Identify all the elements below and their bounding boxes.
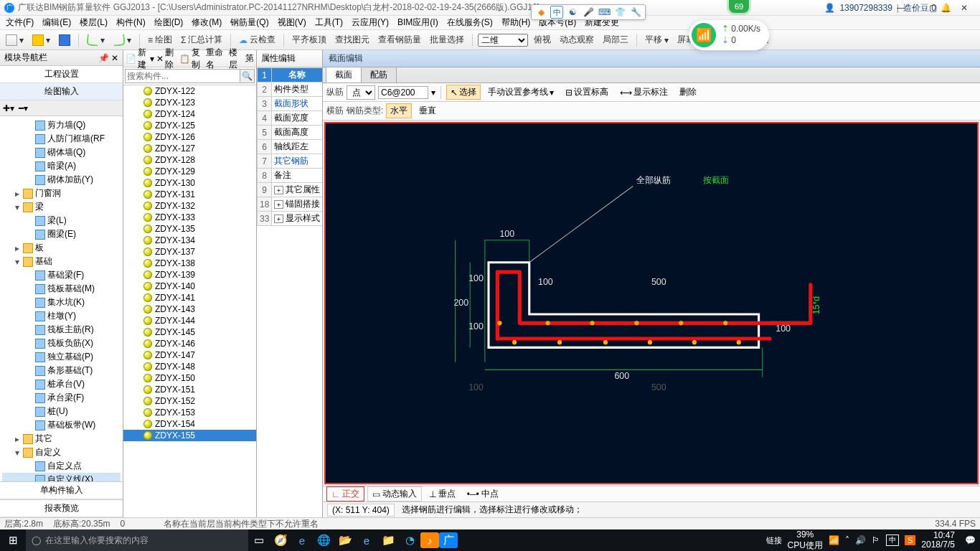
editor-toolbar-2[interactable]: 横筋 钢筋类型: 水平 垂直	[323, 102, 980, 121]
prop-cell[interactable]: 显示样式	[272, 212, 322, 226]
open-button[interactable]: ▾	[29, 33, 53, 47]
horizontal-button[interactable]: 水平	[386, 103, 412, 118]
main-menu-bar[interactable]: 文件(F)编辑(E)楼层(L)构件(N)绘图(D)修改(M)钢筋量(Q)视图(V…	[0, 16, 980, 30]
tree-folder[interactable]: 门窗洞	[2, 187, 121, 200]
refline-button[interactable]: 手动设置参考线 ▾	[484, 85, 558, 100]
sogou-tray-icon[interactable]: S	[905, 535, 915, 545]
component-item[interactable]: ZDYX-152	[123, 395, 256, 407]
component-item[interactable]: ZDYX-148	[123, 361, 256, 372]
tree-folder[interactable]: 板	[2, 241, 121, 255]
task-view-icon[interactable]: ▭	[248, 529, 270, 551]
component-item[interactable]: ZDYX-128	[123, 154, 256, 166]
mid-snap[interactable]: •─• 中点	[463, 487, 503, 501]
tree-item[interactable]: 条形基础(T)	[2, 364, 121, 377]
tree-folder[interactable]: 基础	[2, 255, 121, 268]
tree-item[interactable]: 柱墩(Y)	[2, 309, 121, 323]
tree-item[interactable]: 自定义线(X)	[2, 473, 121, 481]
prop-cell[interactable]: 构件类型	[272, 83, 322, 97]
prop-cell[interactable]: 截面宽度	[272, 111, 322, 126]
menu-item[interactable]: 楼层(L)	[77, 16, 110, 29]
component-toolbar[interactable]: 📄新建 ▾ ✕删除 📋复制 重命名 楼层 第	[123, 50, 256, 67]
tb-view-rebar[interactable]: 查看钢筋量	[375, 32, 424, 47]
tray-link[interactable]: 链接	[766, 535, 782, 546]
menu-item[interactable]: BIM应用(I)	[395, 16, 441, 29]
ime-skin-icon[interactable]: 👕	[613, 6, 626, 19]
prop-cell[interactable]: 其它属性	[272, 183, 322, 197]
nav-mini-tabs[interactable]: ✚▾ ━▾	[0, 100, 123, 116]
tree-item[interactable]: 暗梁(A)	[2, 159, 121, 173]
tree-item[interactable]: 筏板负筋(X)	[2, 336, 121, 350]
component-item[interactable]: ZDYX-140	[123, 281, 256, 292]
select-button[interactable]: ↖ 选择	[446, 85, 481, 100]
view-mode-select[interactable]: 二维	[478, 34, 528, 47]
tab-section[interactable]: 截面	[326, 67, 362, 83]
menu-item[interactable]: 工具(T)	[312, 16, 346, 29]
component-item[interactable]: ZDYX-130	[123, 177, 256, 189]
component-item[interactable]: ZDYX-138	[123, 258, 256, 269]
menu-item[interactable]: 编辑(E)	[39, 16, 74, 29]
wifi-tray-icon[interactable]: 📶	[829, 535, 839, 545]
component-item[interactable]: ZDYX-133	[123, 212, 256, 223]
app-taskitem-8[interactable]: ♪	[420, 532, 439, 548]
search-icon[interactable]: 🔍	[240, 69, 255, 83]
tree-item[interactable]: 圈梁(E)	[2, 227, 121, 241]
tb-local3d[interactable]: 局部三	[600, 32, 631, 47]
component-item[interactable]: ZDYX-137	[123, 246, 256, 258]
tree-item[interactable]: 砌体墙(Q)	[2, 146, 121, 159]
tree-folder[interactable]: 自定义	[2, 446, 121, 459]
cloud-check-button[interactable]: ☁ 云检查	[236, 32, 278, 47]
app-taskitem-7[interactable]: ◔	[399, 529, 420, 551]
delete-button[interactable]: 删除	[675, 85, 701, 100]
component-item[interactable]: ZDYX-131	[123, 189, 256, 200]
pin-icon[interactable]: 📌	[98, 53, 109, 63]
volume-icon[interactable]: 🔊	[855, 535, 866, 545]
start-button[interactable]: ⊞	[0, 534, 26, 547]
component-item[interactable]: ZDYX-153	[123, 407, 256, 418]
save-button[interactable]	[56, 33, 73, 47]
tb-flat[interactable]: 平齐板顶	[289, 32, 329, 47]
tree-folder[interactable]: 其它	[2, 432, 121, 446]
editor-toolbar-1[interactable]: 纵筋 点 ▾ ↖ 选择 手动设置参考线 ▾ ⊟ 设置标高 ⟷ 显示标注 删除	[323, 83, 980, 102]
comp-col-button[interactable]: 第	[245, 52, 254, 65]
component-item[interactable]: ZDYX-134	[123, 235, 256, 246]
component-item[interactable]: ZDYX-135	[123, 223, 256, 235]
minimize-button[interactable]: —	[885, 0, 917, 16]
menu-item[interactable]: 绘图(D)	[151, 16, 187, 29]
elevation-button[interactable]: ⊟ 设置标高	[561, 85, 613, 100]
menu-item[interactable]: 修改(M)	[189, 16, 225, 29]
app-taskitem-2[interactable]: e	[291, 529, 313, 551]
tray-chevron-icon[interactable]: ˄	[845, 535, 849, 545]
component-item[interactable]: ZDYX-144	[123, 315, 256, 326]
tree-item[interactable]: 基础板带(W)	[2, 418, 121, 432]
redo-button[interactable]: ▾	[110, 33, 134, 47]
tree-item[interactable]: 桩(U)	[2, 405, 121, 418]
snap-toolbar[interactable]: ∟ 正交 ▭ 动态输入 ⊥ 垂点 •─• 中点	[323, 486, 980, 501]
app-taskitem-6[interactable]: 📁	[377, 529, 399, 551]
component-item[interactable]: ZDYX-123	[123, 97, 256, 108]
component-item[interactable]: ZDYX-155	[123, 430, 256, 441]
section-canvas[interactable]: 全部纵筋 按截面 100 100 100 200 100 500 600 100…	[324, 122, 979, 484]
property-table[interactable]: 1名称2构件类型3截面形状4截面宽度5截面高度6轴线距左7其它钢筋8备注9其它属…	[257, 67, 322, 517]
ime-tray[interactable]: 中	[886, 534, 899, 546]
component-item[interactable]: ZDYX-139	[123, 269, 256, 281]
component-item[interactable]: ZDYX-143	[123, 303, 256, 315]
prop-cell[interactable]: 截面高度	[272, 126, 322, 140]
nav-plus-icon[interactable]: ✚▾	[3, 103, 14, 113]
flag-icon[interactable]: 🏳	[872, 535, 880, 545]
tree-item[interactable]: 集水坑(K)	[2, 296, 121, 309]
ime-lang-toggle[interactable]: 中	[550, 6, 563, 19]
tree-item[interactable]: 砌体加筋(Y)	[2, 173, 121, 187]
prop-cell[interactable]: 其它钢筋	[272, 154, 322, 169]
ime-punct-icon[interactable]: ☯	[566, 6, 579, 19]
safety-badge[interactable]: 69	[729, 0, 749, 13]
system-tray[interactable]: 链接 39% CPU使用 📶 ˄ 🔊 🏳 中 S 10:472018/7/5 💬	[762, 529, 980, 552]
component-item[interactable]: ZDYX-129	[123, 166, 256, 177]
component-item[interactable]: ZDYX-150	[123, 372, 256, 384]
component-item[interactable]: ZDYX-151	[123, 384, 256, 395]
app-taskitem-1[interactable]: 🧭	[270, 529, 291, 551]
tab-rebar[interactable]: 配筋	[361, 67, 397, 83]
menu-item[interactable]: 云应用(Y)	[349, 16, 392, 29]
ime-mic-icon[interactable]: 🎤	[582, 6, 595, 19]
vertical-button[interactable]: 垂直	[415, 103, 440, 118]
prop-cell[interactable]: 锚固搭接	[272, 197, 322, 212]
